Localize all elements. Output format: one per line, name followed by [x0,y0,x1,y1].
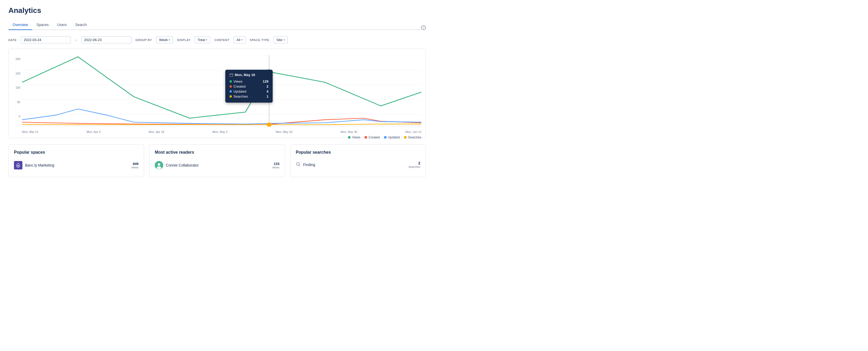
legend-dot-created [365,136,367,139]
tooltip-value-searches: 1 [267,94,269,98]
most-active-readers-title: Most active readers [155,150,279,155]
tooltip-row-updated: Updated 4 [229,90,269,93]
x-label-apr4: Mon, Apr 4 [87,130,100,133]
x-label-apr18: Mon, Apr 18 [149,130,164,133]
x-label-may30: Mon, May 30 [341,130,358,133]
legend-dot-views [348,136,350,139]
svg-point-17 [158,163,160,166]
legend-views: Views [348,135,360,139]
tooltip-value-created: 2 [267,85,269,88]
svg-text:?: ? [423,26,424,29]
space-item: Banc.ly Marketing 849 views [14,159,138,171]
tooltip-dot-updated [229,90,232,93]
display-select[interactable]: Total ▾ [195,36,210,43]
tooltip-value-views: 129 [263,79,269,84]
svg-point-18 [157,166,161,169]
user-stats: 133 views [272,162,280,169]
y-label-0: 0 [13,115,20,118]
space-type-select[interactable]: Site ▾ [274,36,287,43]
y-label-50: 50 [13,100,20,104]
tooltip-row-created: Created 2 [229,85,269,88]
tab-search[interactable]: Search [71,20,91,30]
search-count-num: 2 [408,161,420,165]
calendar-icon [229,73,233,77]
x-label-may16: Mon, May 16 [276,130,292,133]
user-name: Connie Collaborator [166,163,199,167]
popular-spaces-title: Popular spaces [14,150,138,155]
user-item: Connie Collaborator 133 views [155,159,279,171]
chevron-down-icon: ▾ [169,38,170,41]
popular-spaces-card: Popular spaces Banc.ly Marketing 849 vie… [8,145,144,177]
tabs-container: Overview Spaces Users Search [8,20,421,30]
tab-overview[interactable]: Overview [8,20,32,30]
search-icon [296,162,301,168]
chevron-down-icon: ▾ [283,38,285,41]
page-title: Analytics [8,6,426,15]
group-by-select[interactable]: Week ▾ [156,36,173,43]
legend-created: Created [365,135,380,139]
space-type-label: SPACE TYPE [250,38,269,41]
search-count-label: searches [408,165,420,168]
tooltip-dot-searches [229,95,232,98]
y-label-100: 100 [13,86,20,89]
y-label-150: 150 [13,72,20,75]
group-by-label: GROUP BY [135,38,152,41]
tooltip-row-views: Views 129 [229,79,269,84]
tooltip-dot-views [229,80,232,83]
space-views-num: 849 [131,162,139,166]
legend-searches: Searches [404,135,422,139]
chevron-down-icon: ▾ [206,38,207,41]
popular-searches-card: Popular searches Finding 2 searches [290,145,426,177]
most-active-readers-card: Most active readers Connie Collaborator … [149,145,285,177]
svg-line-20 [299,165,300,166]
x-label-may2: Mon, May 2 [212,130,227,133]
date-to-input[interactable] [81,36,131,43]
tab-spaces[interactable]: Spaces [32,20,53,30]
search-term: Finding [303,163,315,167]
space-name: Banc.ly Marketing [25,163,54,167]
date-from-input[interactable] [21,36,71,43]
svg-point-10 [267,123,271,127]
tooltip-value-updated: 4 [267,90,269,93]
content-label: CONTENT [214,38,229,41]
svg-rect-11 [230,74,233,76]
space-views-label: views [131,166,139,169]
space-stats: 849 views [131,162,139,169]
x-label-mar21: Mon, Mar 21 [22,130,38,133]
legend-dot-searches [404,136,407,139]
user-views-num: 133 [272,162,280,166]
x-label-jun13: Mon, Jun 13 [405,130,422,133]
search-item: Finding 2 searches [296,159,420,170]
tooltip-dot-created [229,85,232,88]
date-label: DATE [8,38,17,41]
filters-row: DATE – GROUP BY Week ▾ DISPLAY Total ▾ C… [8,36,426,43]
legend-dot-updated [384,136,386,139]
display-label: DISPLAY [177,38,191,41]
line-chart [22,55,422,129]
bottom-cards: Popular spaces Banc.ly Marketing 849 vie… [8,145,426,177]
help-icon[interactable]: ? [421,25,426,31]
space-icon [14,161,22,169]
chevron-down-icon: ▾ [241,38,243,41]
chart-tooltip: Mon, May 16 Views 129 Created 2 [225,70,273,103]
svg-point-15 [18,165,19,166]
popular-searches-title: Popular searches [296,150,420,155]
date-separator: – [75,38,77,42]
y-label-200: 200 [13,57,20,61]
tab-users[interactable]: Users [53,20,71,30]
chart-container: 200 150 100 50 0 [8,49,426,138]
tooltip-row-searches: Searches 1 [229,94,269,98]
chart-legend: Views Created Updated Searches [13,135,422,139]
legend-updated: Updated [384,135,400,139]
tooltip-title: Mon, May 16 [229,73,269,77]
avatar [155,161,163,169]
avatar-image [155,161,163,169]
user-views-label: views [272,166,280,169]
tabs-row: Overview Spaces Users Search ? [8,20,426,36]
content-select[interactable]: All ▾ [234,36,245,43]
